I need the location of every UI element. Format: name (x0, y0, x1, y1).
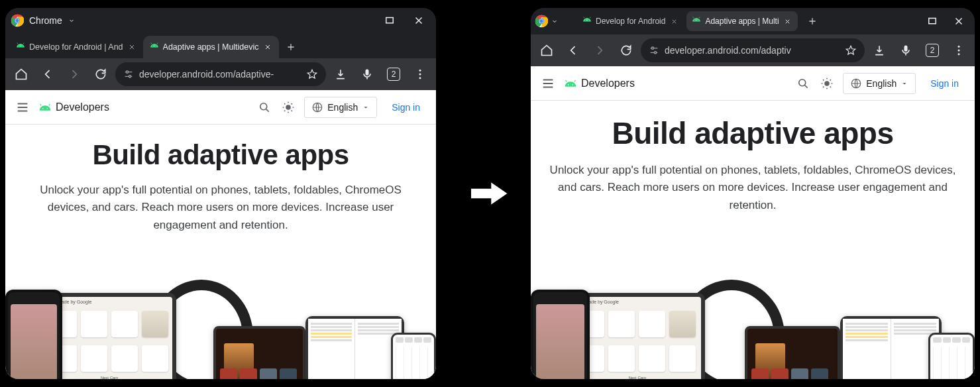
signin-link[interactable]: Sign in (385, 98, 427, 117)
svg-point-33 (958, 50, 960, 52)
close-window-button[interactable] (947, 12, 971, 30)
site-settings-icon[interactable] (123, 69, 134, 80)
hero-devices-image: ←Made by Google Nest Cam£89.99 (5, 266, 436, 379)
browser-toolbar: developer.android.com/adaptiv 2 (531, 34, 975, 66)
svg-point-17 (260, 103, 267, 109)
site-settings-icon[interactable] (649, 45, 659, 56)
back-button[interactable] (36, 62, 60, 86)
maximize-button[interactable] (920, 12, 944, 30)
overflow-menu-icon[interactable] (408, 62, 432, 86)
tab-adaptive-apps[interactable]: Adaptive apps | Multi (686, 11, 797, 31)
browser-window-right: Develop for Android Adaptive apps | Mult… (531, 8, 975, 379)
new-tab-button[interactable] (282, 38, 300, 56)
language-label: English (866, 78, 897, 89)
signin-link[interactable]: Sign in (924, 74, 965, 93)
svg-point-5 (19, 46, 19, 46)
svg-point-6 (22, 46, 23, 46)
address-bar[interactable]: developer.android.com/adaptiv (641, 38, 865, 62)
chevron-down-icon[interactable] (551, 17, 559, 25)
android-icon (692, 17, 701, 26)
svg-point-24 (585, 20, 586, 21)
chevron-down-icon (900, 80, 908, 87)
svg-point-3 (15, 19, 19, 22)
svg-point-15 (42, 108, 44, 109)
transition-arrow-icon (467, 176, 514, 211)
device-phone (531, 290, 590, 379)
tab-switch-button[interactable]: 2 (920, 38, 944, 62)
home-button[interactable] (9, 62, 33, 86)
device-tablet (745, 326, 840, 379)
tab-develop-for-android[interactable]: Develop for Android | And (9, 36, 143, 58)
reload-button[interactable] (614, 38, 638, 62)
voice-search-icon[interactable] (894, 38, 918, 62)
forward-button (62, 62, 86, 86)
download-icon[interactable] (867, 38, 891, 62)
tab-strip: Develop for Android | And Adaptive apps … (5, 33, 436, 58)
theme-toggle-icon[interactable] (819, 76, 835, 91)
globe-icon (850, 78, 862, 89)
app-name: Chrome (29, 15, 62, 26)
hero-title: Build adaptive apps (92, 139, 349, 171)
developers-logo[interactable]: Developers (564, 78, 635, 89)
hamburger-menu-icon[interactable] (540, 76, 556, 91)
overflow-menu-icon[interactable] (947, 38, 971, 62)
back-button[interactable] (561, 38, 585, 62)
hero-subtitle: Unlock your app's full potential on phon… (20, 182, 421, 234)
browser-toolbar: developer.android.com/adaptive- 2 (5, 58, 436, 90)
close-tab-icon[interactable] (263, 42, 272, 52)
close-tab-icon[interactable] (127, 42, 136, 52)
device-laptop: ←Made by Google Nest Cam£89.99 (42, 293, 176, 379)
close-window-button[interactable] (407, 11, 431, 30)
svg-point-30 (654, 52, 656, 54)
svg-point-14 (419, 77, 421, 79)
tab-title: Adaptive apps | Multidevic (163, 42, 259, 52)
search-icon[interactable] (795, 76, 811, 91)
bookmark-star-icon[interactable] (306, 68, 318, 80)
home-button[interactable] (535, 38, 559, 62)
svg-point-37 (799, 79, 806, 85)
language-selector[interactable]: English (843, 73, 916, 94)
download-icon[interactable] (329, 62, 353, 86)
theme-toggle-icon[interactable] (280, 99, 296, 115)
android-icon (582, 17, 592, 26)
search-icon[interactable] (256, 99, 272, 115)
svg-point-38 (825, 81, 830, 86)
close-tab-icon[interactable] (783, 17, 792, 26)
developers-logo[interactable]: Developers (38, 101, 109, 113)
svg-rect-31 (904, 46, 908, 52)
reload-button[interactable] (89, 62, 113, 86)
chrome-icon (11, 14, 24, 27)
address-bar[interactable]: developer.android.com/adaptive- (115, 62, 326, 86)
bookmark-star-icon[interactable] (845, 44, 857, 56)
hero-devices-image: ←Made by Google Nest Cam£89.99 (531, 266, 975, 379)
brand-text: Developers (581, 78, 635, 89)
svg-point-12 (419, 70, 421, 72)
window-titlebar: Develop for Android Adaptive apps | Mult… (531, 8, 975, 34)
device-phone (5, 290, 62, 379)
window-titlebar: Chrome (5, 8, 436, 33)
chevron-down-icon[interactable] (68, 17, 76, 25)
tab-switch-button[interactable]: 2 (382, 62, 406, 86)
tab-adaptive-apps[interactable]: Adaptive apps | Multidevic (143, 36, 279, 58)
svg-rect-11 (366, 70, 369, 76)
maximize-button[interactable] (378, 11, 402, 30)
svg-point-36 (572, 84, 573, 85)
language-label: English (327, 102, 358, 113)
svg-point-29 (651, 47, 653, 49)
hamburger-menu-icon[interactable] (15, 99, 30, 115)
device-phone-small (391, 333, 436, 379)
close-tab-icon[interactable] (669, 17, 679, 26)
site-header: Developers English Sign in (531, 66, 975, 101)
svg-point-25 (588, 20, 589, 21)
chevron-down-icon (362, 103, 370, 111)
hero-subtitle: Unlock your app's full potential on phon… (547, 162, 958, 214)
new-tab-button[interactable] (803, 12, 822, 30)
svg-point-7 (152, 46, 153, 46)
language-selector[interactable]: English (304, 97, 377, 118)
tab-develop-for-android[interactable]: Develop for Android (577, 11, 684, 31)
tab-count: 2 (926, 44, 939, 57)
url-text: developer.android.com/adaptive- (139, 69, 301, 80)
voice-search-icon[interactable] (355, 62, 379, 86)
url-text: developer.android.com/adaptiv (665, 45, 840, 56)
svg-point-13 (419, 74, 421, 76)
